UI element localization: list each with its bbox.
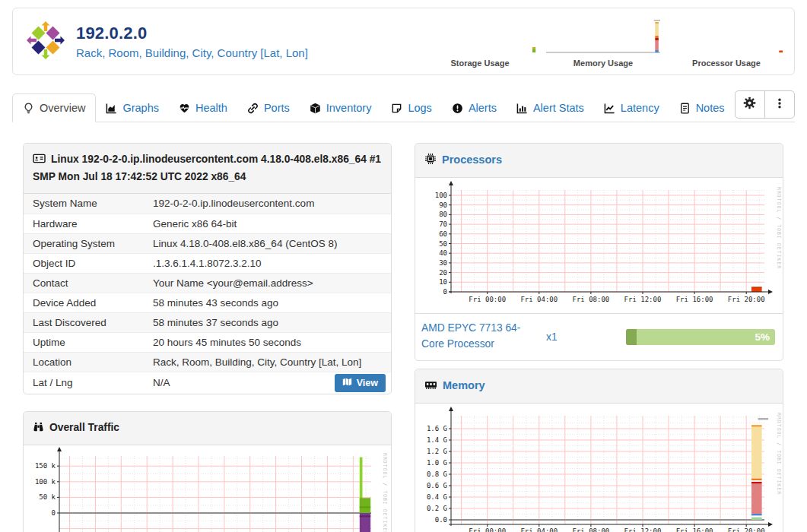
device-location-link[interactable]: Rack, Room, Building, City, Country [Lat… bbox=[76, 46, 308, 59]
row-value: .1.3.6.1.4.1.8072.3.2.10 bbox=[153, 258, 262, 269]
memory-panel: Memory 0.00.2 G0.4 G0.6 G0.8 G1.0 G1.2 G… bbox=[415, 369, 783, 532]
tab-label: Ports bbox=[264, 102, 290, 114]
overall-traffic-title: Overall Traffic bbox=[49, 422, 119, 433]
svg-text:1.6 G: 1.6 G bbox=[427, 425, 447, 432]
row-label: Object ID bbox=[33, 258, 153, 269]
table-row: HardwareGeneric x86 64-bit bbox=[24, 214, 391, 233]
chain-icon bbox=[247, 103, 259, 114]
system-info-panel: Linux 192-0-2-0.ip.linodeusercontent.com… bbox=[23, 143, 392, 394]
processors-graph[interactable]: 0102030405060708090100Fri 00:00Fri 04:00… bbox=[415, 178, 783, 313]
svg-text:Fri 04:00: Fri 04:00 bbox=[520, 296, 558, 303]
svg-text:0.8 G: 0.8 G bbox=[427, 470, 447, 478]
table-row: Uptime20 hours 45 minutes 50 seconds bbox=[24, 332, 391, 352]
svg-text:0.6 G: 0.6 G bbox=[427, 482, 447, 489]
row-value: N/A bbox=[153, 377, 170, 388]
binoculars-icon bbox=[33, 421, 44, 437]
mini-graph-image bbox=[669, 20, 783, 58]
processors-title-link[interactable]: Processors bbox=[442, 154, 502, 166]
svg-text:1.2 G: 1.2 G bbox=[427, 448, 447, 455]
row-label: Contact bbox=[33, 277, 153, 289]
tab-logs[interactable]: Logs bbox=[381, 94, 441, 122]
overall-traffic-header: Overall Traffic bbox=[24, 412, 391, 445]
row-value: Generic x86 64-bit bbox=[153, 218, 237, 230]
area-chart-icon bbox=[106, 103, 117, 114]
processors-panel: Processors 0102030405060708090100Fri 00:… bbox=[415, 143, 783, 361]
svg-text:RRDTOOL / TOBI OETIKER: RRDTOOL / TOBI OETIKER bbox=[776, 413, 782, 495]
mini-graph-label: Processor Usage bbox=[692, 59, 761, 68]
svg-text:Fri 08:00: Fri 08:00 bbox=[573, 527, 610, 532]
svg-text:80: 80 bbox=[439, 211, 447, 219]
mini-graph-label: Storage Usage bbox=[450, 59, 509, 68]
tab-alert-stats[interactable]: Alert Stats bbox=[507, 94, 594, 122]
cube-icon bbox=[310, 103, 321, 114]
svg-text:Fri 08:00: Fri 08:00 bbox=[573, 296, 610, 303]
tab-label: Health bbox=[195, 102, 227, 114]
settings-button[interactable] bbox=[736, 91, 765, 118]
row-label: Operating System bbox=[33, 238, 153, 249]
row-value: 20 hours 45 minutes 50 seconds bbox=[153, 337, 301, 348]
tab-health[interactable]: Health bbox=[169, 94, 237, 122]
row-value: Linux 4.18.0-408.el8.x86_64 (CentOS 8) bbox=[153, 238, 337, 249]
mini-graph-memory-usage[interactable]: Memory Usage bbox=[546, 20, 660, 68]
table-row: ContactYour Name <your@email.address> bbox=[24, 273, 391, 293]
tab-latency[interactable]: Latency bbox=[594, 94, 669, 122]
row-value: 58 minutes 43 seconds ago bbox=[153, 297, 278, 309]
tab-notes[interactable]: Notes bbox=[669, 94, 735, 122]
system-info-header: Linux 192-0-2-0.ip.linodeusercontent.com… bbox=[24, 144, 391, 194]
more-menu-button[interactable] bbox=[764, 91, 794, 118]
svg-text:Fri 16:00: Fri 16:00 bbox=[676, 296, 713, 303]
svg-text:RRDTOOL / TOBI OETIKER: RRDTOOL / TOBI OETIKER bbox=[776, 187, 782, 269]
svg-text:Fri 00:00: Fri 00:00 bbox=[469, 296, 506, 303]
mini-graph-label: Memory Usage bbox=[573, 59, 633, 68]
tab-label: Alert Stats bbox=[533, 102, 584, 114]
cpu-name-link[interactable]: AMD EPYC 7713 64-Core Processor bbox=[421, 321, 539, 352]
mini-graph-image bbox=[423, 20, 537, 58]
svg-text:0.0: 0.0 bbox=[435, 516, 447, 524]
row-label: Last Discovered bbox=[33, 317, 153, 328]
processors-header: Processors bbox=[415, 144, 783, 178]
svg-text:50 k: 50 k bbox=[39, 494, 56, 502]
overall-traffic-graph[interactable]: 050 k100 k150 kRRDTOOL / TOBI OETIKER bbox=[24, 445, 391, 532]
tab-graphs[interactable]: Graphs bbox=[96, 94, 169, 122]
right-column: Processors 0102030405060708090100Fri 00:… bbox=[415, 143, 783, 532]
svg-text:Fri 12:00: Fri 12:00 bbox=[624, 296, 662, 303]
mini-graph-image bbox=[546, 20, 660, 58]
table-row: Operating SystemLinux 4.18.0-408.el8.x86… bbox=[24, 233, 391, 253]
tab-label: Graphs bbox=[122, 102, 159, 114]
mini-graph-processor-usage[interactable]: Processor Usage bbox=[669, 20, 783, 68]
memory-icon bbox=[424, 379, 437, 395]
svg-text:10: 10 bbox=[439, 279, 447, 287]
svg-text:70: 70 bbox=[439, 220, 447, 228]
tab-inventory[interactable]: Inventory bbox=[300, 94, 382, 122]
row-label: System Name bbox=[33, 198, 153, 209]
row-value: Your Name <your@email.address> bbox=[153, 277, 313, 289]
tab-ports[interactable]: Ports bbox=[237, 94, 300, 122]
memory-title-link[interactable]: Memory bbox=[443, 379, 485, 391]
row-label: Uptime bbox=[33, 337, 153, 348]
exclamation-circle-icon bbox=[452, 103, 463, 114]
svg-text:40: 40 bbox=[439, 250, 447, 258]
svg-text:Fri 04:00: Fri 04:00 bbox=[520, 527, 558, 532]
tab-alerts[interactable]: Alerts bbox=[442, 94, 507, 122]
tab-label: Overview bbox=[40, 102, 85, 114]
header-mini-graphs: Storage UsageMemory UsageProcessor Usage bbox=[423, 20, 783, 68]
mini-graph-storage-usage[interactable]: Storage Usage bbox=[423, 20, 537, 68]
overall-traffic-panel: Overall Traffic 050 k100 k150 kRRDTOOL /… bbox=[23, 411, 392, 532]
svg-text:1.4 G: 1.4 G bbox=[427, 436, 447, 444]
table-row: System Name192-0-2-0.ip.linodeuserconten… bbox=[24, 194, 391, 214]
device-tab-bar: OverviewGraphsHealthPortsInventoryLogsAl… bbox=[12, 90, 795, 122]
svg-text:Fri 00:00: Fri 00:00 bbox=[469, 527, 506, 532]
view-location-button[interactable]: View bbox=[335, 374, 386, 392]
centos-logo-icon bbox=[27, 21, 65, 62]
row-value: 58 minutes 37 seconds ago bbox=[153, 317, 278, 328]
tab-label: Logs bbox=[408, 102, 431, 114]
svg-text:60: 60 bbox=[439, 230, 447, 238]
tab-overview[interactable]: Overview bbox=[12, 93, 96, 122]
svg-text:1.0 G: 1.0 G bbox=[427, 459, 447, 467]
page-title: 192.0.2.0 bbox=[76, 24, 308, 43]
svg-text:50: 50 bbox=[439, 240, 447, 248]
svg-text:Fri 20:00: Fri 20:00 bbox=[728, 296, 765, 303]
tab-label: Inventory bbox=[326, 102, 372, 114]
svg-text:0: 0 bbox=[443, 288, 447, 296]
memory-graph[interactable]: 0.00.2 G0.4 G0.6 G0.8 G1.0 G1.2 G1.4 G1.… bbox=[415, 404, 783, 532]
